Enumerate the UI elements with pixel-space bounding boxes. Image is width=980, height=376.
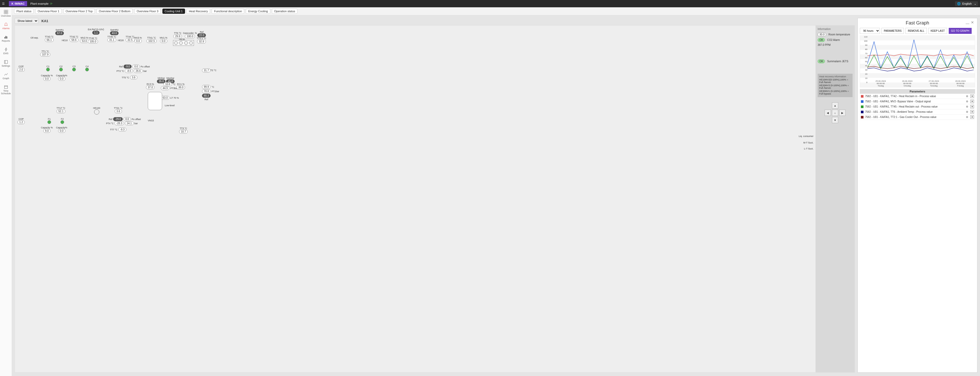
tab-overview-floor-2-bottom[interactable]: Overview Floor 2 Bottom — [96, 9, 133, 14]
nav-overview[interactable]: Overview — [0, 9, 12, 18]
param-row: 7582 - U01 - KA/FA1, TT2:1 - Gas Cooler … — [860, 114, 975, 120]
dpad-right[interactable]: ▶ — [839, 109, 845, 116]
tt3-value[interactable]: 10.7 — [179, 130, 188, 133]
dpad-left[interactable]: ◀ — [825, 109, 831, 116]
sethr2-value[interactable]: 43.0 — [110, 31, 119, 35]
refpo2-value[interactable]: -29.0 — [113, 117, 123, 121]
keep-last-button[interactable]: KEEP LAST — [928, 28, 947, 34]
nav-alarms[interactable]: Alarms — [0, 21, 12, 31]
pt3-v1[interactable]: 10.8 — [164, 82, 172, 86]
tab-functional-description[interactable]: Functional description — [212, 9, 244, 14]
ec1-value[interactable]: 38.0 — [177, 86, 185, 89]
tt44-value[interactable]: 32.5 — [126, 38, 134, 42]
pt3-v2[interactable]: 44.9 — [161, 86, 169, 90]
cap1-value[interactable]: 0.0 — [43, 77, 51, 81]
tab-plant-status[interactable]: Plant status — [14, 9, 33, 14]
mv2-value[interactable]: 53.0 — [80, 39, 89, 43]
hamburger-menu-icon[interactable]: ☰ — [2, 2, 7, 5]
gear-icon[interactable]: ⚙ — [965, 105, 969, 108]
gear-icon[interactable]: ⚙ — [965, 110, 969, 113]
tt5-value[interactable]: 3.6 — [130, 76, 137, 79]
nav-graph[interactable]: Graph — [0, 71, 12, 81]
tab-energy-cooling[interactable]: Energy Cooling — [246, 9, 270, 14]
tab-overview-floor-2-top[interactable]: Overview Floor 2 Top — [63, 9, 95, 14]
params-header: Parameters — [860, 89, 975, 94]
remove-icon[interactable]: ✕ — [970, 115, 974, 119]
tt43-value[interactable]: 66.1 — [45, 38, 53, 42]
refresh-icon[interactable]: ⟳ — [50, 2, 52, 5]
gascooler-label: Gascooler. % — [183, 32, 197, 34]
parameters-button[interactable]: PARAMETERS — [881, 28, 904, 34]
cap4-value[interactable]: 0.0 — [58, 129, 65, 133]
refpo-value[interactable]: -9.0 — [124, 65, 132, 68]
brand-logo[interactable]: K IWMAC — [9, 1, 27, 6]
tt42-value[interactable]: 58.6 — [70, 38, 78, 42]
language-selector[interactable]: 🌐 English — [955, 1, 978, 6]
cop1-value[interactable]: 2.0 — [18, 68, 25, 71]
nav-time-schedule[interactable]: Time Schedule — [0, 84, 12, 96]
minimize-icon[interactable]: — — [966, 21, 969, 25]
ec3-value[interactable]: 37.0 — [146, 86, 154, 89]
dpad-down[interactable]: ▼ — [832, 117, 838, 123]
val99-value[interactable]: 99.9 — [202, 85, 211, 89]
mv1-value[interactable]: 0.0 — [160, 39, 167, 43]
gear-icon[interactable]: ⚙ — [965, 116, 969, 119]
tab-heat-recovery[interactable]: Heat Recovery — [187, 9, 210, 14]
pt2-bar[interactable]: 26.6 — [134, 69, 142, 73]
svg-rect-2 — [4, 12, 6, 14]
tt1-value[interactable]: 107.9 — [40, 52, 50, 57]
nav-reports[interactable]: Reports — [0, 34, 12, 43]
extref-value[interactable]: 1.1 — [92, 31, 100, 35]
gear-icon[interactable]: ⚙ — [965, 100, 969, 103]
nav-dpad: ▲ ◀ ⌂ ▶ ▼ — [825, 102, 845, 123]
remove-icon[interactable]: ✕ — [970, 110, 974, 114]
remove-all-button[interactable]: REMOVE ALL — [905, 28, 927, 34]
cop2-value[interactable]: 1.2 — [18, 120, 25, 124]
nav-ems[interactable]: EMS — [0, 46, 12, 56]
cap2-value[interactable]: 0.0 — [58, 77, 65, 81]
tab-operation-status[interactable]: Operation status — [272, 9, 298, 14]
ec1-label: EC1 % — [177, 83, 185, 86]
tt21val-value[interactable]: 3.6 — [115, 109, 122, 113]
mv3-value[interactable]: 0.0 — [135, 39, 142, 43]
tab-cooling-unit-1[interactable]: Cooling Unit 1 — [162, 9, 185, 14]
pt1-value[interactable]: 78.8 — [202, 89, 211, 93]
tt21-value[interactable]: 32.9 — [197, 40, 206, 43]
range-select[interactable]: 96 hours — [860, 28, 880, 34]
tt2-value[interactable]: 31.7 — [202, 68, 211, 72]
po-offset-value[interactable]: 0.0 — [132, 65, 140, 68]
room-temp-value[interactable]: 30.0 — [818, 33, 826, 36]
show-select[interactable]: Show latest — [14, 18, 38, 24]
dpad-up[interactable]: ▲ — [832, 102, 838, 109]
tt41-value[interactable]: 102.5 — [146, 39, 157, 43]
chart-area[interactable]: 1101009080706050403020100 25.06.202400:0… — [860, 35, 975, 87]
sethr1-value[interactable]: 67.0 — [55, 31, 64, 35]
gear-icon[interactable]: ⚙ — [965, 95, 969, 98]
remove-icon[interactable]: ✕ — [970, 95, 974, 98]
tt45-value[interactable]: 105.0 — [88, 40, 98, 43]
lt-value[interactable]: 63.0 — [161, 96, 169, 100]
nav-settings[interactable]: Settings — [0, 59, 12, 68]
summ-status: OK — [818, 59, 825, 63]
tt45b-value[interactable]: 31.1 — [107, 38, 116, 42]
mt-suct-label: M-T Suct. — [803, 141, 813, 144]
tab-overview-floor-3[interactable]: Overview Floor 3 — [134, 9, 161, 14]
close-icon[interactable]: ✕ — [971, 20, 974, 24]
fan-icon — [179, 41, 183, 45]
tt17-value[interactable]: 52.1 — [57, 109, 65, 113]
tab-overview-floor-1[interactable]: Overview Floor 1 — [35, 9, 62, 14]
cap3-value[interactable]: 9.0 — [43, 129, 51, 133]
refbot-value[interactable]: 80.3 — [202, 94, 211, 98]
gascooler-value[interactable]: 100.0 — [185, 34, 195, 38]
pt4-bar[interactable]: 14.1 — [125, 121, 134, 125]
mv2-label: MV2 % — [81, 36, 88, 39]
pt2-value[interactable]: -8.5 — [125, 69, 133, 73]
dpad-home[interactable]: ⌂ — [832, 109, 838, 116]
remove-icon[interactable]: ✕ — [970, 100, 974, 103]
info-heading: Information — [818, 28, 853, 30]
pt4-value[interactable]: -28.3 — [115, 121, 124, 125]
po-offset2-value[interactable]: 0.0 — [124, 117, 131, 121]
remove-icon[interactable]: ✕ — [970, 105, 974, 108]
go-to-graph-button[interactable]: GO TO GRAPH — [949, 28, 972, 34]
tt7-value[interactable]: -9.3 — [118, 128, 126, 132]
